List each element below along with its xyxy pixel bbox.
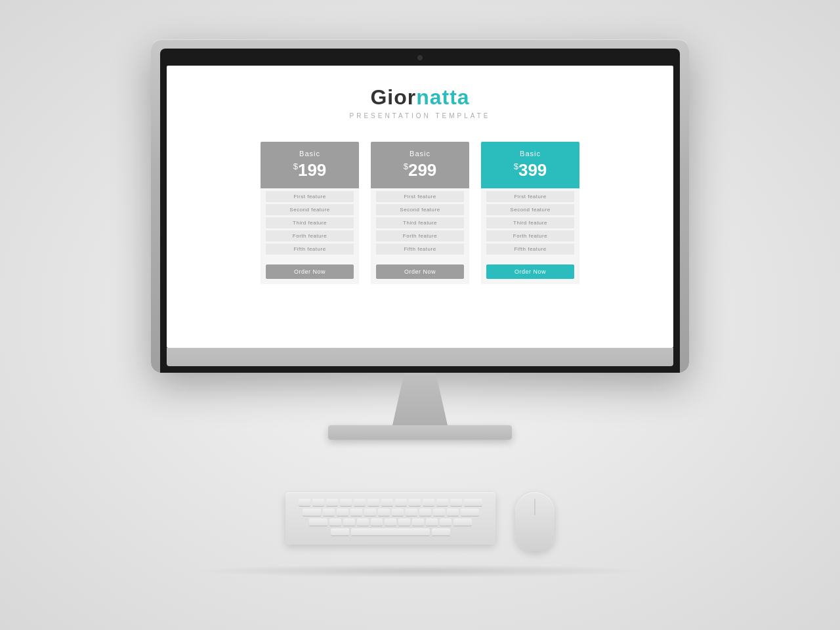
key: [371, 518, 383, 526]
key: [357, 518, 369, 526]
card-features-2: First feature Second feature Third featu…: [371, 188, 469, 259]
key: [440, 518, 452, 526]
brand-subtitle: Presentation Template: [350, 112, 491, 119]
card-footer-3: Order Now: [481, 259, 579, 284]
feature-1-2: Second feature: [266, 204, 354, 215]
key: [303, 509, 321, 516]
spacebar-key: [351, 528, 430, 536]
feature-1-1: First feature: [266, 191, 354, 202]
key: [385, 518, 396, 526]
key: [426, 518, 438, 526]
key: [312, 499, 324, 507]
brand-title: Giornatta: [350, 85, 491, 110]
card-header-1: Basic $199: [261, 142, 359, 188]
key: [323, 509, 335, 516]
card-header-2: Basic $299: [371, 142, 469, 188]
brand-name-accent: natta: [416, 85, 469, 109]
feature-3-2: Second feature: [486, 204, 574, 215]
stand-neck: [381, 373, 459, 425]
monitor: Giornatta Presentation Template Basic $1…: [151, 39, 689, 440]
keyboard-row-2: [295, 509, 486, 516]
feature-3-5: Fifth feature: [486, 243, 574, 255]
key: [432, 528, 450, 536]
key: [381, 499, 393, 507]
feature-3-1: First feature: [486, 191, 574, 202]
pricing-grid: Basic $199 First feature Second feature …: [261, 142, 579, 284]
keyboard-row-1: [295, 499, 486, 507]
order-btn-2[interactable]: Order Now: [376, 264, 464, 279]
key: [419, 509, 431, 516]
key: [329, 518, 341, 526]
order-btn-3[interactable]: Order Now: [486, 264, 574, 279]
keyboard: [285, 492, 495, 545]
key: [392, 509, 404, 516]
mouse: [515, 492, 555, 551]
key: [447, 509, 459, 516]
monitor-chin: [167, 348, 673, 366]
keyboard-row-3: [295, 518, 486, 526]
key: [368, 499, 379, 507]
plan-name-1: Basic: [266, 150, 354, 158]
plan-price-3: $399: [486, 160, 574, 180]
pricing-card-2: Basic $299 First feature Second feature …: [371, 142, 469, 284]
stand-base: [328, 425, 512, 440]
key: [450, 499, 462, 507]
feature-2-4: Forth feature: [376, 230, 464, 242]
keyboard-row-4: [295, 528, 486, 536]
monitor-screen: Giornatta Presentation Template Basic $1…: [167, 66, 673, 348]
feature-3-3: Third feature: [486, 217, 574, 228]
feature-3-4: Forth feature: [486, 230, 574, 242]
key: [354, 499, 366, 507]
key: [337, 509, 348, 516]
plan-name-3: Basic: [486, 150, 574, 158]
monitor-outer: Giornatta Presentation Template Basic $1…: [151, 39, 689, 373]
key: [340, 499, 352, 507]
brand-name-start: Gior: [370, 85, 416, 109]
card-header-3: Basic $399: [481, 142, 579, 188]
feature-2-1: First feature: [376, 191, 464, 202]
key: [436, 499, 448, 507]
key: [409, 499, 421, 507]
scene: Giornatta Presentation Template Basic $1…: [0, 0, 840, 630]
card-footer-2: Order Now: [371, 259, 469, 284]
key: [343, 518, 355, 526]
feature-2-3: Third feature: [376, 217, 464, 228]
feature-1-5: Fifth feature: [266, 243, 354, 255]
currency-2: $: [404, 161, 408, 171]
currency-3: $: [514, 161, 518, 171]
key: [453, 518, 472, 526]
plan-name-2: Basic: [376, 150, 464, 158]
card-features-1: First feature Second feature Third featu…: [261, 188, 359, 259]
key: [299, 499, 310, 507]
card-footer-1: Order Now: [261, 259, 359, 284]
key: [309, 518, 327, 526]
key: [350, 509, 362, 516]
key: [398, 518, 410, 526]
brand-header: Giornatta Presentation Template: [350, 85, 491, 138]
shadow-floor: [190, 564, 650, 578]
feature-1-3: Third feature: [266, 217, 354, 228]
plan-price-2: $299: [376, 160, 464, 180]
feature-1-4: Forth feature: [266, 230, 354, 242]
pricing-card-1: Basic $199 First feature Second feature …: [261, 142, 359, 284]
key: [433, 509, 445, 516]
feature-2-2: Second feature: [376, 204, 464, 215]
pricing-card-3: Basic $399 First feature Second feature …: [481, 142, 579, 284]
monitor-camera: [417, 55, 423, 60]
key: [326, 499, 338, 507]
key: [331, 528, 349, 536]
currency-1: $: [293, 161, 298, 171]
key: [412, 518, 424, 526]
feature-2-5: Fifth feature: [376, 243, 464, 255]
card-features-3: First feature Second feature Third featu…: [481, 188, 579, 259]
order-btn-1[interactable]: Order Now: [266, 264, 354, 279]
key: [395, 499, 407, 507]
key: [406, 509, 417, 516]
key: [364, 509, 376, 516]
key: [464, 499, 482, 507]
key: [423, 499, 434, 507]
plan-price-1: $199: [266, 160, 354, 180]
keyboard-area: [285, 492, 555, 551]
key: [461, 509, 479, 516]
key: [378, 509, 390, 516]
